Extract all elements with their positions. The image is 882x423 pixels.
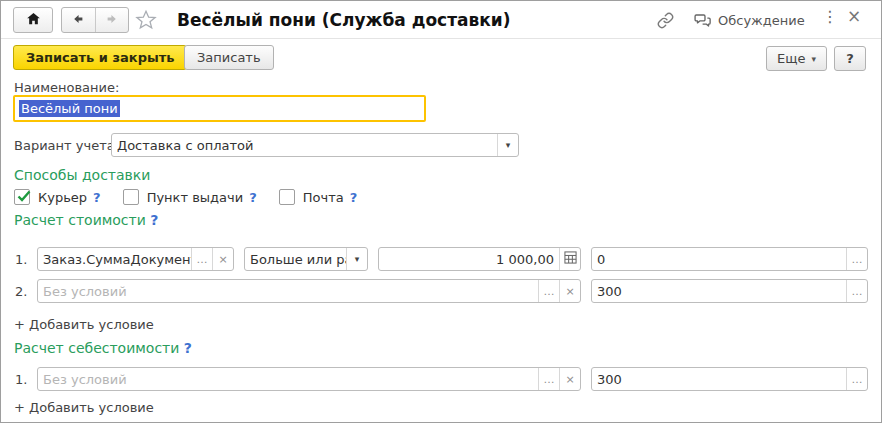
save-button[interactable]: Записать	[184, 45, 274, 70]
cost-row1-comparison-dropdown-button[interactable]: ▾	[346, 248, 367, 270]
cost-price-header: Расчет себестоимости ?	[14, 340, 192, 356]
ellipsis-icon: …	[197, 253, 208, 266]
cost-price-row1-result-choose-button[interactable]: …	[846, 368, 867, 390]
cost-row1-condition-choose-button[interactable]: …	[191, 248, 212, 270]
ellipsis-icon: …	[544, 373, 555, 386]
cost-calc-help-link[interactable]: ?	[150, 212, 158, 228]
discussion-label[interactable]: Обсуждение	[718, 13, 805, 28]
checkbox-pickup-point-label[interactable]: Пункт выдачи	[147, 190, 244, 205]
back-button[interactable]	[62, 8, 96, 32]
clear-icon: ×	[565, 285, 574, 298]
post-help-link[interactable]: ?	[350, 190, 358, 205]
chevron-down-icon: ▾	[506, 140, 511, 150]
chevron-down-icon: ▾	[355, 254, 360, 264]
name-input[interactable]: Весёлый пони	[13, 95, 426, 122]
name-field-label: Наименование:	[14, 80, 119, 95]
cost-row1-result-choose-button[interactable]: …	[846, 248, 867, 270]
arrow-left-icon	[70, 12, 86, 29]
cost-row1-result-value: 0	[592, 248, 846, 270]
cost-add-condition-link[interactable]: + Добавить условие	[14, 317, 154, 332]
checkmark-icon	[16, 188, 32, 207]
get-link-icon[interactable]	[657, 12, 674, 32]
cost-price-row1-result-value: 300	[592, 368, 846, 390]
cost-calc-header: Расчет стоимости ?	[14, 212, 158, 228]
title-bar: Весёлый пони (Служба доставки) Обсуждени…	[1, 1, 881, 39]
chevron-down-icon: ▾	[811, 54, 816, 64]
courier-help-link[interactable]: ?	[93, 190, 101, 205]
ellipsis-icon: …	[852, 373, 863, 386]
cost-calc-header-text: Расчет стоимости	[14, 212, 146, 228]
cost-row2-number: 2.	[15, 284, 27, 299]
cost-row1-result-field[interactable]: 0 …	[591, 247, 868, 271]
cost-price-row1-number: 1.	[15, 372, 27, 387]
cost-row1-condition-clear-button[interactable]: ×	[212, 248, 233, 270]
checkbox-post-label[interactable]: Почта	[303, 190, 344, 205]
cost-row2-condition-choose-button[interactable]: …	[538, 280, 559, 302]
more-button[interactable]: Еще ▾	[766, 46, 827, 71]
name-input-selected-text: Весёлый пони	[19, 100, 120, 117]
checkbox-post[interactable]	[279, 189, 295, 205]
close-icon[interactable]: ×	[847, 8, 861, 25]
cost-row2-condition-clear-button[interactable]: ×	[559, 280, 580, 302]
clear-icon: ×	[565, 373, 574, 386]
cost-row2-result-value: 300	[592, 280, 846, 302]
cost-price-header-text: Расчет себестоимости	[14, 340, 179, 356]
forward-button[interactable]	[96, 8, 129, 32]
accounting-option-label: Вариант учета:	[14, 138, 119, 153]
cost-row1-comparison-select[interactable]: Больше или рав ▾	[244, 247, 368, 271]
cost-row1-condition-field[interactable]: Заказ.СуммаДокумента … ×	[37, 247, 234, 271]
ellipsis-icon: …	[852, 285, 863, 298]
cost-row1-amount-field[interactable]: 1 000,00	[378, 247, 581, 271]
page-title: Весёлый пони (Служба доставки)	[177, 10, 511, 30]
delivery-methods-header: Способы доставки	[14, 167, 150, 183]
more-button-label: Еще	[777, 51, 805, 66]
pickup-point-help-link[interactable]: ?	[249, 190, 257, 205]
help-button[interactable]: ?	[834, 46, 866, 71]
home-button[interactable]	[13, 7, 53, 33]
home-icon	[25, 11, 42, 30]
ellipsis-icon: …	[544, 285, 555, 298]
cost-row1-condition-value: Заказ.СуммаДокумента	[38, 248, 191, 270]
checkbox-courier-label[interactable]: Курьер	[38, 190, 87, 205]
arrow-right-icon	[104, 12, 120, 29]
checkbox-pickup-point[interactable]	[123, 189, 139, 205]
kebab-menu-icon[interactable]: ⋮	[822, 9, 838, 25]
checkbox-courier[interactable]	[14, 189, 30, 205]
discussion-icon[interactable]	[693, 11, 713, 33]
cost-row2-result-field[interactable]: 300 …	[591, 279, 868, 303]
calculator-icon	[564, 251, 577, 267]
cost-row2-result-choose-button[interactable]: …	[846, 280, 867, 302]
cost-row1-amount-value: 1 000,00	[379, 248, 559, 270]
cost-price-help-link[interactable]: ?	[184, 340, 192, 356]
cost-price-row1-condition-clear-button[interactable]: ×	[559, 368, 580, 390]
cost-price-row1-condition-choose-button[interactable]: …	[538, 368, 559, 390]
favorite-star-icon[interactable]	[135, 9, 157, 34]
cost-row2-condition-field[interactable]: Без условий … ×	[37, 279, 581, 303]
accounting-option-value: Доставка с оплатой	[112, 134, 497, 156]
save-and-close-button[interactable]: Записать и закрыть	[13, 45, 187, 70]
cost-price-add-condition-link[interactable]: + Добавить условие	[14, 400, 154, 415]
cost-price-row1-condition-placeholder: Без условий	[38, 368, 538, 390]
cost-row1-number: 1.	[15, 252, 27, 267]
delivery-methods-row: Курьер ? Пункт выдачи ? Почта ?	[14, 188, 379, 206]
delivery-service-form-window: Весёлый пони (Служба доставки) Обсуждени…	[0, 0, 882, 423]
cost-price-row1-result-field[interactable]: 300 …	[591, 367, 868, 391]
accounting-dropdown-button[interactable]: ▾	[497, 134, 518, 156]
clear-icon: ×	[218, 253, 227, 266]
ellipsis-icon: …	[852, 253, 863, 266]
history-nav-group	[61, 7, 129, 33]
cost-price-row1-condition-field[interactable]: Без условий … ×	[37, 367, 581, 391]
cost-row1-calculator-button[interactable]	[559, 248, 580, 270]
cost-row1-comparison-value: Больше или рав	[245, 248, 346, 270]
accounting-option-select[interactable]: Доставка с оплатой ▾	[111, 133, 519, 157]
cost-row2-condition-placeholder: Без условий	[38, 280, 538, 302]
